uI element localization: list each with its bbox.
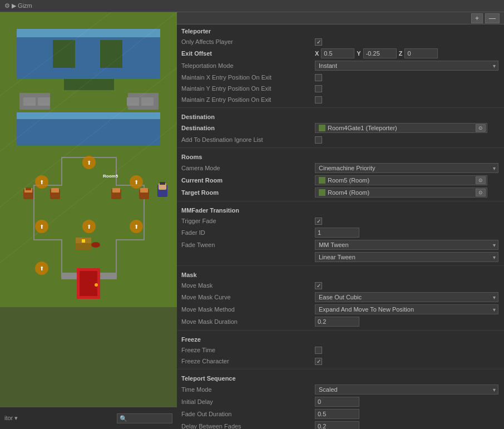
freeze-character-checkbox[interactable] — [315, 358, 322, 365]
top-controls: + — — [177, 12, 504, 24]
delay-between-fades-label: Delay Between Fades — [181, 423, 315, 429]
svg-point-49 — [95, 283, 98, 287]
fader-id-input[interactable]: 1 — [315, 228, 359, 238]
time-mode-dropdown[interactable]: Scaled — [315, 384, 498, 395]
time-mode-row: Time Mode Scaled — [177, 383, 504, 396]
scene-canvas[interactable]: ⬆ ⬆ ⬆ ⬆ ⬆ ⬆ ⬆ — [0, 12, 177, 407]
trigger-fade-label: Trigger Fade — [181, 218, 315, 224]
svg-rect-55 — [23, 97, 36, 106]
svg-rect-48 — [80, 271, 97, 296]
freeze-section-header: Freeze — [177, 333, 504, 344]
svg-text:⬆: ⬆ — [39, 224, 44, 230]
only-affects-player-row: Only Affects Player — [177, 36, 504, 47]
maintain-y-row: Maintain Y Entry Position On Exit — [177, 83, 504, 94]
camera-mode-row: Camera Mode Cinemachine Priority — [177, 162, 504, 174]
initial-delay-input[interactable]: 0 — [315, 397, 359, 407]
svg-rect-7 — [17, 112, 160, 119]
rooms-section-header: Rooms — [177, 150, 504, 162]
initial-delay-row: Initial Delay 0 — [177, 396, 504, 408]
move-mask-label: Move Mask — [181, 282, 315, 289]
add-to-ignore-label: Add To Destination Ignore List — [181, 136, 315, 143]
move-mask-curve-label: Move Mask Curve — [181, 294, 315, 300]
fade-tween2-row: Linear Tween — [177, 251, 504, 263]
search-input[interactable] — [117, 413, 172, 423]
move-mask-duration-row: Move Mask Duration 0.2 — [177, 315, 504, 328]
move-mask-checkbox[interactable] — [315, 282, 322, 289]
target-room-icon — [319, 189, 325, 196]
scene-panel: ⬆ ⬆ ⬆ ⬆ ⬆ ⬆ ⬆ — [0, 12, 177, 429]
exit-offset-z[interactable]: 0 — [404, 48, 438, 58]
current-room-pick-button[interactable]: ⊙ — [476, 176, 486, 184]
svg-rect-57 — [127, 97, 139, 106]
delay-between-fades-input[interactable]: 0.2 — [315, 421, 359, 429]
destination-object-field[interactable]: Room4Gate1 (Teleporter) ⊙ — [315, 123, 487, 133]
teleportation-mode-dropdown[interactable]: Instant — [315, 61, 498, 71]
trigger-fade-checkbox[interactable] — [315, 218, 322, 225]
game-map: ⬆ ⬆ ⬆ ⬆ ⬆ ⬆ ⬆ — [0, 12, 177, 307]
exit-offset-row: Exit Offset X 0.5 Y -0.25 Z 0 — [177, 47, 504, 60]
destination-row: Destination Room4Gate1 (Teleporter) ⊙ — [177, 122, 504, 134]
fade-out-duration-input[interactable]: 0.5 — [315, 409, 359, 419]
add-button[interactable]: + — [471, 13, 483, 23]
svg-rect-43 — [140, 188, 148, 193]
target-room-field[interactable]: Room4 (Room) ⊙ — [315, 188, 487, 198]
target-room-row: Target Room Room4 (Room) ⊙ — [177, 186, 504, 199]
destination-label: Destination — [181, 125, 315, 131]
freeze-time-checkbox[interactable] — [315, 347, 322, 354]
svg-rect-39 — [51, 188, 59, 193]
maintain-z-row: Maintain Z Entry Position On Exit — [177, 94, 504, 105]
maintain-y-checkbox[interactable] — [315, 85, 322, 92]
freeze-character-label: Freeze Character — [181, 358, 315, 364]
camera-mode-dropdown[interactable]: Cinemachine Priority — [315, 163, 498, 173]
tool-icons: ⚙ ▶ Gizm — [4, 2, 32, 9]
svg-text:⬆: ⬆ — [39, 265, 44, 272]
exit-offset-x[interactable]: 0.5 — [321, 48, 354, 58]
fade-tween-dropdown[interactable]: MM Tween — [315, 240, 498, 250]
current-room-row: Current Room Room5 (Room) ⊙ — [177, 174, 504, 186]
z-label: Z — [399, 50, 403, 57]
svg-rect-56 — [38, 97, 50, 106]
fade-tween-row: Fade Tween MM Tween — [177, 239, 504, 251]
svg-rect-37 — [26, 188, 31, 190]
current-room-icon — [319, 177, 325, 184]
fade-out-duration-row: Fade Out Duration 0.5 — [177, 408, 504, 420]
fade-tween-label: Fade Tween — [181, 241, 315, 248]
maintain-x-checkbox[interactable] — [315, 74, 322, 81]
initial-delay-label: Initial Delay — [181, 398, 315, 405]
move-mask-duration-input[interactable]: 0.2 — [315, 317, 359, 327]
trigger-fade-row: Trigger Fade — [177, 215, 504, 226]
move-mask-method-row: Move Mask Method Expand And Move To New … — [177, 303, 504, 315]
svg-text:⬆: ⬆ — [134, 179, 139, 185]
svg-text:⬆: ⬆ — [87, 160, 91, 166]
maintain-y-label: Maintain Y Entry Position On Exit — [181, 85, 315, 92]
move-mask-row: Move Mask — [177, 280, 504, 291]
move-mask-method-dropdown[interactable]: Expand And Move To New Position — [315, 304, 498, 314]
target-room-pick-button[interactable]: ⊙ — [476, 189, 486, 196]
maintain-z-checkbox[interactable] — [315, 96, 322, 103]
only-affects-player-label: Only Affects Player — [181, 38, 315, 45]
current-room-field[interactable]: Room5 (Room) ⊙ — [315, 175, 487, 185]
svg-point-53 — [91, 242, 100, 248]
move-mask-curve-dropdown[interactable]: Ease Out Cubic — [315, 292, 498, 302]
svg-rect-3 — [53, 40, 75, 68]
mask-section-header: Mask — [177, 268, 504, 280]
destination-pick-button[interactable]: ⊙ — [476, 124, 486, 132]
svg-rect-5 — [64, 79, 114, 90]
editor-label: itor ▾ — [4, 415, 18, 422]
scene-bottom-bar: itor ▾ — [0, 407, 177, 429]
minus-button[interactable]: — — [485, 13, 500, 23]
svg-text:⬆: ⬆ — [39, 179, 44, 185]
exit-offset-label: Exit Offset — [181, 50, 315, 57]
inspector-panel: Teleporter Only Affects Player Exit Offs… — [177, 24, 504, 429]
only-affects-player-checkbox[interactable] — [315, 38, 322, 46]
exit-offset-y[interactable]: -0.25 — [363, 48, 397, 58]
svg-text:Room5: Room5 — [103, 174, 118, 179]
camera-mode-label: Camera Mode — [181, 165, 315, 171]
top-bar: ⚙ ▶ Gizm — [0, 0, 504, 12]
svg-rect-41 — [112, 188, 120, 193]
fader-id-row: Fader ID 1 — [177, 226, 504, 239]
teleporter-section-header: Teleporter — [177, 24, 504, 36]
maintain-x-row: Maintain X Entry Position On Exit — [177, 72, 504, 83]
add-to-ignore-checkbox[interactable] — [315, 136, 322, 144]
fade-tween2-dropdown[interactable]: Linear Tween — [315, 252, 498, 262]
